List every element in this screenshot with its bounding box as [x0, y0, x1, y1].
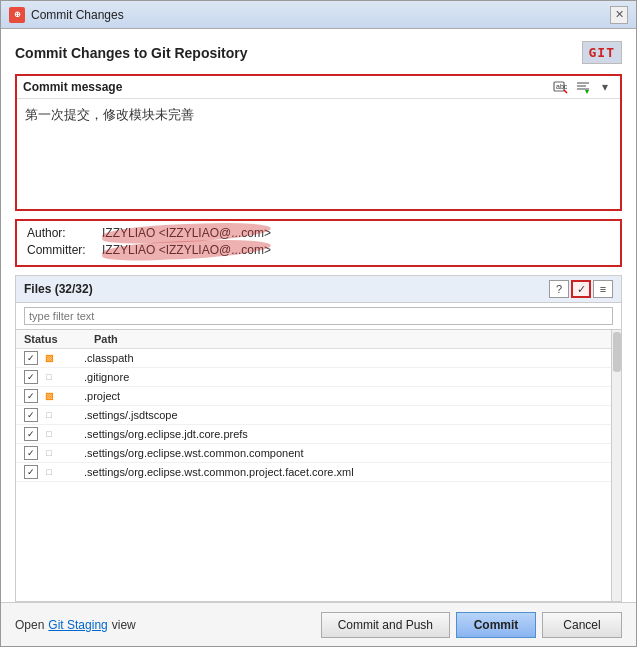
files-list: Status Path ▧ .classpath [16, 330, 611, 601]
dropdown-icon[interactable]: ▾ [596, 79, 614, 95]
committer-row: Committer: IZZYLIAO <IZZYLIAO@...com> [27, 243, 610, 257]
bottom-left: Open Git Staging view [15, 618, 136, 632]
file-path: .settings/.jsdtscope [84, 409, 178, 421]
untracked-icon: □ [42, 427, 56, 441]
commit-button[interactable]: Commit [456, 612, 536, 638]
file-checkbox[interactable] [24, 408, 38, 422]
filter-input[interactable] [24, 307, 613, 325]
files-header-icons: ? ✓ ≡ [549, 280, 613, 298]
git-staging-link[interactable]: Git Staging [48, 618, 107, 632]
file-checkbox[interactable] [24, 446, 38, 460]
table-row[interactable]: □ .settings/org.eclipse.wst.common.compo… [16, 444, 611, 463]
files-title: Files (32/32) [24, 282, 93, 296]
git-logo: GIT [582, 41, 622, 64]
file-checkbox[interactable] [24, 351, 38, 365]
table-row[interactable]: □ .settings/org.eclipse.wst.common.proje… [16, 463, 611, 482]
committer-label: Committer: [27, 243, 102, 257]
column-status: Status [24, 333, 94, 345]
files-column-headers: Status Path [16, 330, 611, 349]
file-checkbox[interactable] [24, 389, 38, 403]
file-checkbox[interactable] [24, 427, 38, 441]
filter-row[interactable] [16, 303, 621, 330]
table-row[interactable]: □ .settings/.jsdtscope [16, 406, 611, 425]
author-value: IZZYLIAO <IZZYLIAO@...com> [102, 226, 271, 240]
git-window-icon: ⊕ [9, 7, 25, 23]
committer-value: IZZYLIAO <IZZYLIAO@...com> [102, 243, 271, 257]
column-path: Path [94, 333, 603, 345]
help-icon[interactable]: ? [549, 280, 569, 298]
svg-marker-5 [585, 90, 589, 94]
file-path: .settings/org.eclipse.wst.common.project… [84, 466, 354, 478]
author-section: Author: IZZYLIAO <IZZYLIAO@...com> Commi… [15, 219, 622, 267]
modified-icon: ▧ [42, 351, 56, 365]
window-title: Commit Changes [31, 8, 124, 22]
file-checkbox[interactable] [24, 465, 38, 479]
scrollbar[interactable] [611, 330, 621, 601]
commit-message-text: 第一次提交，修改模块未完善 [25, 105, 612, 125]
modified-icon: ▧ [42, 389, 56, 403]
file-path: .project [84, 390, 120, 402]
untracked-icon: □ [42, 446, 56, 460]
author-label: Author: [27, 226, 102, 240]
check-all-icon[interactable]: ✓ [571, 280, 591, 298]
collapse-icon[interactable]: ≡ [593, 280, 613, 298]
main-title-row: Commit Changes to Git Repository GIT [15, 41, 622, 64]
file-path: .settings/org.eclipse.wst.common.compone… [84, 447, 304, 459]
spell-check-icon[interactable]: abc [552, 79, 570, 95]
main-title: Commit Changes to Git Repository [15, 45, 248, 61]
format-icon[interactable] [574, 79, 592, 95]
file-path: .settings/org.eclipse.jdt.core.prefs [84, 428, 248, 440]
files-section: Files (32/32) ? ✓ ≡ Status Path [15, 275, 622, 602]
bottom-buttons: Commit and Push Commit Cancel [321, 612, 622, 638]
file-path: .gitignore [84, 371, 129, 383]
table-row[interactable]: □ .settings/org.eclipse.jdt.core.prefs [16, 425, 611, 444]
close-button[interactable]: ✕ [610, 6, 628, 24]
author-row: Author: IZZYLIAO <IZZYLIAO@...com> [27, 226, 610, 240]
open-label: Open [15, 618, 44, 632]
table-row[interactable]: □ .gitignore [16, 368, 611, 387]
untracked-icon: □ [42, 408, 56, 422]
commit-message-section: Commit message abc ▾ 第一次提交，修改模块未完善 [15, 74, 622, 211]
commit-changes-window: ⊕ Commit Changes ✕ Commit Changes to Git… [0, 0, 637, 647]
untracked-icon: □ [42, 465, 56, 479]
files-header: Files (32/32) ? ✓ ≡ [16, 276, 621, 303]
file-path: .classpath [84, 352, 134, 364]
title-bar-left: ⊕ Commit Changes [9, 7, 124, 23]
bottom-bar: Open Git Staging view Commit and Push Co… [1, 602, 636, 646]
main-content: Commit Changes to Git Repository GIT Com… [1, 29, 636, 602]
commit-and-push-button[interactable]: Commit and Push [321, 612, 450, 638]
commit-message-label: Commit message [23, 80, 122, 94]
commit-message-toolbar: abc ▾ [552, 79, 614, 95]
cancel-button[interactable]: Cancel [542, 612, 622, 638]
file-checkbox[interactable] [24, 370, 38, 384]
svg-text:abc: abc [556, 83, 568, 90]
view-label: view [112, 618, 136, 632]
commit-message-header: Commit message abc ▾ [17, 76, 620, 99]
untracked-icon: □ [42, 370, 56, 384]
commit-message-body[interactable]: 第一次提交，修改模块未完善 [17, 99, 620, 209]
table-row[interactable]: ▧ .project [16, 387, 611, 406]
table-row[interactable]: ▧ .classpath [16, 349, 611, 368]
title-bar: ⊕ Commit Changes ✕ [1, 1, 636, 29]
